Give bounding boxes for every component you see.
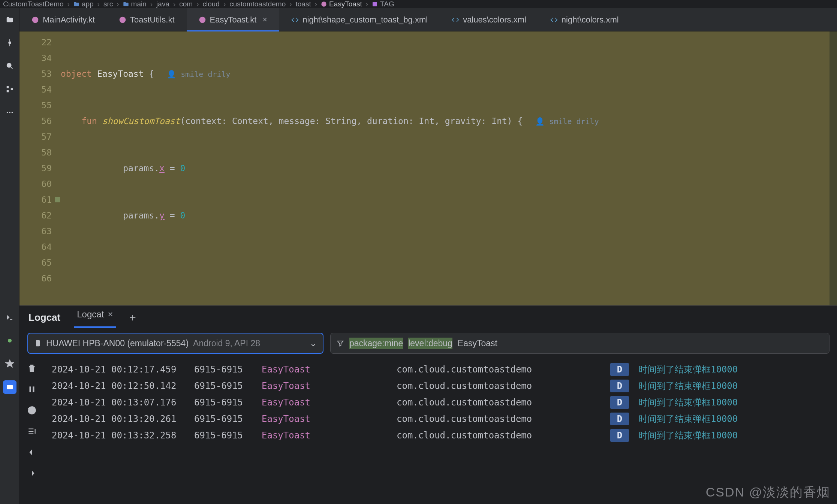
log-level: D <box>610 413 629 425</box>
log-level: D <box>610 396 629 409</box>
log-timestamp: 2024-10-21 00:12:17.459 <box>52 361 190 378</box>
xml-file-icon <box>550 16 558 24</box>
log-package: com.cloud.customtoastdemo <box>397 378 606 394</box>
log-row[interactable]: 2024-10-21 00:13:07.1766915-6915EasyToas… <box>44 394 837 411</box>
log-row[interactable]: 2024-10-21 00:12:50.1426915-6915EasyToas… <box>44 378 837 394</box>
log-timestamp: 2024-10-21 00:12:50.142 <box>52 378 190 394</box>
svg-point-10 <box>32 16 39 23</box>
crumb-folder[interactable]: main <box>123 0 147 8</box>
svg-rect-4 <box>6 86 9 88</box>
author-label: 👤 smile drily <box>167 70 231 79</box>
add-tab-icon[interactable]: ＋ <box>127 310 138 325</box>
svg-rect-15 <box>33 386 34 392</box>
svg-point-0 <box>321 1 326 6</box>
tab-mainactivity[interactable]: MainActivity.kt <box>19 8 107 31</box>
log-row[interactable]: 2024-10-21 00:12:17.4596915-6915EasyToas… <box>44 361 837 378</box>
crumb-folder[interactable]: toast <box>296 0 311 8</box>
commit-tool-icon[interactable] <box>4 37 16 49</box>
restart-log-icon[interactable] <box>25 404 38 417</box>
svg-point-11 <box>120 16 126 23</box>
logcat-tool-icon[interactable] <box>3 380 16 394</box>
log-tag: EasyToast <box>262 378 393 394</box>
log-message: 时间到了结束弹框10000 <box>633 378 837 394</box>
svg-point-9 <box>11 112 13 113</box>
logcat-filter-input[interactable]: package:mine level:debug EasyToast <box>330 333 830 354</box>
panel-tabs: Logcat Logcat ✕ ＋ <box>19 306 837 329</box>
tab-toastutils[interactable]: ToastUtils.kt <box>107 8 187 31</box>
code-editor[interactable]: 22 34 53 54 55 56 57 58 59 60 61 62 63 6… <box>19 31 837 305</box>
log-message: 时间到了结束弹框10000 <box>633 394 837 411</box>
log-row[interactable]: 2024-10-21 00:13:32.2586915-6915EasyToas… <box>44 427 837 444</box>
crumb-field[interactable]: TAG <box>372 0 394 8</box>
crumb-folder[interactable]: java <box>156 0 169 8</box>
terminal-tool-icon[interactable] <box>3 311 16 324</box>
crumb-folder[interactable]: com <box>179 0 193 8</box>
svg-point-2 <box>8 41 11 44</box>
log-package: com.cloud.customtoastdemo <box>397 394 606 411</box>
clear-log-icon[interactable] <box>25 362 38 375</box>
log-tag: EasyToast <box>262 394 393 411</box>
log-timestamp: 2024-10-21 00:13:20.261 <box>52 411 190 427</box>
log-rows[interactable]: 2024-10-21 00:12:17.4596915-6915EasyToas… <box>44 360 837 504</box>
log-timestamp: 2024-10-21 00:13:32.258 <box>52 427 190 444</box>
crumb-sep: › <box>67 0 70 8</box>
crumb-class[interactable]: EasyToast <box>321 0 362 8</box>
logcat-tab[interactable]: Logcat ✕ <box>74 307 116 328</box>
xml-file-icon <box>452 16 459 24</box>
author-label: 👤 smile drily <box>535 117 599 126</box>
kotlin-file-icon <box>119 16 126 24</box>
more-tool-icon[interactable] <box>4 106 16 118</box>
breadcrumb: CustomToastDemo › app › src › main › jav… <box>0 0 837 8</box>
svg-rect-13 <box>36 340 40 347</box>
svg-point-3 <box>7 63 11 67</box>
tab-night-colors[interactable]: night\colors.xml <box>538 8 631 31</box>
log-tag: EasyToast <box>262 361 393 378</box>
panel-title: Logcat <box>28 312 60 323</box>
log-level: D <box>610 380 629 392</box>
log-message: 时间到了结束弹框10000 <box>633 411 837 427</box>
code-content[interactable]: object EasyToast { 👤 smile drily fun sho… <box>61 31 837 305</box>
prev-icon[interactable] <box>25 446 38 459</box>
device-selector[interactable]: HUAWEI HPB-AN00 (emulator-5554) Android … <box>27 333 323 354</box>
pause-log-icon[interactable] <box>25 383 38 396</box>
crumb-folder[interactable]: src <box>103 0 113 8</box>
logcat-toolbar: HUAWEI HPB-AN00 (emulator-5554) Android … <box>19 329 837 360</box>
structure-tool-icon[interactable] <box>4 83 16 95</box>
log-package: com.cloud.customtoastdemo <box>397 361 606 378</box>
tab-values-colors[interactable]: values\colors.xml <box>440 8 538 31</box>
device-icon <box>34 339 42 347</box>
log-package: com.cloud.customtoastdemo <box>397 427 606 444</box>
svg-point-7 <box>6 112 8 113</box>
project-tool-icon[interactable] <box>4 13 16 25</box>
run-tool-icon[interactable] <box>3 334 16 347</box>
log-message: 时间到了结束弹框10000 <box>633 361 837 378</box>
tab-shape-xml[interactable]: night\shape_custom_toast_bg.xml <box>279 8 440 31</box>
log-tag: EasyToast <box>262 411 393 427</box>
close-icon[interactable]: ✕ <box>108 310 113 319</box>
scroll-end-icon[interactable] <box>25 425 38 438</box>
crumb-folder[interactable]: cloud <box>203 0 220 8</box>
log-level: D <box>610 363 629 376</box>
close-tab-icon[interactable]: ✕ <box>262 16 267 23</box>
crumb-folder[interactable]: customtoastdemo <box>229 0 286 8</box>
svg-rect-6 <box>10 88 13 90</box>
log-pid: 6915-6915 <box>194 411 258 427</box>
log-message: 时间到了结束弹框10000 <box>633 427 837 444</box>
crumb-folder[interactable]: app <box>73 0 94 8</box>
search-tool-icon[interactable] <box>4 60 16 72</box>
editor-scrollbar[interactable] <box>830 31 837 305</box>
log-pid: 6915-6915 <box>194 361 258 378</box>
log-package: com.cloud.customtoastdemo <box>397 411 606 427</box>
kotlin-file-icon <box>199 16 206 24</box>
log-row[interactable]: 2024-10-21 00:13:20.2616915-6915EasyToas… <box>44 411 837 427</box>
log-pid: 6915-6915 <box>194 378 258 394</box>
tab-easytoast[interactable]: EasyToast.kt ✕ <box>187 8 280 31</box>
chevron-down-icon: ⌄ <box>310 338 317 348</box>
crumb-project[interactable]: CustomToastDemo <box>3 0 64 8</box>
profiler-tool-icon[interactable] <box>3 357 16 371</box>
filter-icon <box>337 339 344 347</box>
logcat-panel: Logcat Logcat ✕ ＋ HUAWEI HPB-AN00 (emula… <box>19 305 837 504</box>
svg-rect-5 <box>6 90 9 93</box>
editor-tabs: MainActivity.kt ToastUtils.kt EasyToast.… <box>19 8 837 31</box>
next-icon[interactable] <box>25 467 38 480</box>
